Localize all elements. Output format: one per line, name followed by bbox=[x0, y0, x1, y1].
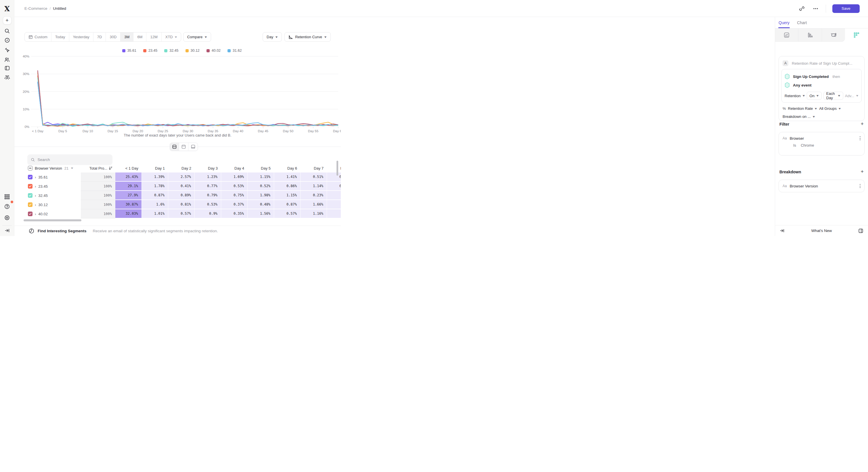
legend-item[interactable]: 23.45 bbox=[143, 48, 157, 53]
legend-item[interactable]: 40.02 bbox=[207, 48, 221, 53]
value-cell[interactable]: 0.35% bbox=[221, 209, 248, 218]
range-7d[interactable]: 7D bbox=[93, 32, 106, 41]
range-3m[interactable]: 3M bbox=[121, 32, 133, 41]
mixpanel-logo[interactable]: X bbox=[2, 4, 12, 13]
settings-gear-icon[interactable] bbox=[2, 213, 12, 223]
legend-item[interactable]: 31.62 bbox=[227, 48, 242, 53]
value-cell[interactable]: 1.23% bbox=[195, 172, 221, 182]
value-cell[interactable]: 1.2% bbox=[327, 191, 341, 200]
legend-item[interactable]: 30.12 bbox=[186, 48, 199, 53]
expand-caret-icon[interactable]: › bbox=[35, 194, 36, 198]
value-cell[interactable]: 1.39% bbox=[142, 172, 168, 182]
breadcrumb-project[interactable]: E-Commerce bbox=[25, 6, 48, 11]
value-cell[interactable]: 0.63% bbox=[327, 182, 341, 191]
row-checkbox[interactable] bbox=[28, 193, 32, 198]
apps-grid-icon[interactable] bbox=[2, 192, 12, 202]
series-line-23.45[interactable] bbox=[38, 76, 338, 126]
value-cell[interactable]: 0.81% bbox=[168, 200, 195, 209]
granularity-button[interactable]: Day ▼ bbox=[262, 32, 282, 42]
legend-item[interactable]: 35.61 bbox=[122, 48, 136, 53]
events-cursor-icon[interactable] bbox=[2, 45, 12, 55]
day-column-header[interactable]: Day 1 bbox=[142, 166, 168, 170]
value-cell[interactable]: 0.87% bbox=[142, 191, 168, 200]
row-name[interactable]: 40.02 bbox=[38, 212, 48, 216]
breadcrumb-title[interactable]: Untitled bbox=[53, 6, 66, 11]
value-cell[interactable]: 0.77% bbox=[195, 182, 221, 191]
row-checkbox[interactable] bbox=[28, 175, 32, 179]
value-cell[interactable]: 0.79% bbox=[195, 191, 221, 200]
value-cell[interactable]: 0.7% bbox=[327, 209, 341, 218]
day-column-header[interactable]: Day 8 bbox=[327, 166, 341, 170]
value-cell[interactable]: 1.56% bbox=[248, 209, 274, 218]
expand-caret-icon[interactable]: › bbox=[35, 175, 36, 179]
range-6m[interactable]: 6M bbox=[133, 32, 146, 41]
value-cell[interactable]: 29.1% bbox=[115, 182, 142, 191]
value-cell[interactable]: 0.9% bbox=[195, 209, 221, 218]
value-cell[interactable]: 2.57% bbox=[168, 172, 195, 182]
select-all-checkbox[interactable] bbox=[28, 166, 32, 170]
cohorts-icon[interactable] bbox=[2, 73, 12, 82]
search-icon[interactable] bbox=[2, 26, 12, 36]
compare-button[interactable]: Compare ▼ bbox=[183, 32, 211, 42]
value-cell[interactable]: 0.53% bbox=[221, 182, 248, 191]
collapse-sidebar-icon[interactable] bbox=[2, 226, 12, 235]
find-interesting-segments-link[interactable]: Find Interesting Segments bbox=[38, 229, 87, 233]
series-line-40.02[interactable] bbox=[38, 70, 338, 126]
day-column-header[interactable]: < 1 Day bbox=[115, 166, 142, 170]
day-column-header[interactable]: Day 2 bbox=[168, 166, 195, 170]
users-icon[interactable] bbox=[2, 55, 12, 64]
retention-line-chart[interactable]: 0%10%20%30%40%< 1 DayDay 5Day 10Day 15Da… bbox=[14, 54, 341, 134]
value-cell[interactable]: 0.89% bbox=[168, 191, 195, 200]
range-12m[interactable]: 12M bbox=[146, 32, 161, 41]
row-checkbox[interactable] bbox=[28, 184, 32, 189]
day-column-header[interactable]: Day 4 bbox=[221, 166, 248, 170]
value-cell[interactable]: 0.57% bbox=[168, 209, 195, 218]
group-column-label[interactable]: Browser Version bbox=[35, 166, 62, 170]
range-yesterday[interactable]: Yesterday bbox=[69, 32, 93, 41]
value-cell[interactable]: 1.78% bbox=[142, 182, 168, 191]
value-cell[interactable]: 1.14% bbox=[301, 182, 327, 191]
series-line-30.12[interactable] bbox=[38, 72, 338, 126]
value-cell[interactable]: 0.52% bbox=[248, 182, 274, 191]
value-cell[interactable]: 0.41% bbox=[168, 182, 195, 191]
row-name[interactable]: 32.45 bbox=[38, 194, 48, 198]
row-name[interactable]: 23.45 bbox=[38, 184, 48, 189]
boards-icon[interactable] bbox=[2, 63, 12, 73]
value-cell[interactable]: 0.23% bbox=[301, 191, 327, 200]
chart-type-button[interactable]: Retention Curve ▼ bbox=[284, 32, 331, 42]
series-line-31.62[interactable] bbox=[38, 81, 338, 126]
compass-icon[interactable] bbox=[2, 35, 12, 45]
value-cell[interactable]: 25.43% bbox=[115, 172, 142, 182]
horizontal-scrollbar[interactable] bbox=[24, 219, 82, 221]
value-cell[interactable]: 0.48% bbox=[248, 200, 274, 209]
expand-caret-icon[interactable]: › bbox=[35, 203, 36, 207]
create-plus-button[interactable]: + bbox=[3, 16, 11, 25]
row-name[interactable]: 35.61 bbox=[38, 175, 48, 179]
value-cell[interactable]: 32.03% bbox=[115, 209, 142, 218]
row-name[interactable]: 30.12 bbox=[38, 203, 48, 207]
chart-only-toggle[interactable] bbox=[179, 143, 188, 150]
series-line-35.61[interactable] bbox=[38, 82, 338, 126]
value-cell[interactable]: 30.87% bbox=[115, 200, 142, 209]
value-cell[interactable]: 0.86% bbox=[274, 182, 301, 191]
range-today[interactable]: Today bbox=[52, 32, 69, 41]
value-cell[interactable]: 1.6% bbox=[142, 200, 168, 209]
value-cell[interactable]: 0.87% bbox=[274, 200, 301, 209]
value-cell[interactable]: 0.75% bbox=[221, 191, 248, 200]
table-only-toggle[interactable] bbox=[188, 143, 197, 150]
expand-caret-icon[interactable]: › bbox=[35, 184, 36, 189]
value-cell[interactable]: 0.42% bbox=[327, 172, 341, 182]
value-cell[interactable]: 1.1% bbox=[327, 200, 341, 209]
value-cell[interactable]: 0.57% bbox=[274, 209, 301, 218]
split-view-toggle[interactable] bbox=[170, 143, 179, 150]
range-30d[interactable]: 30D bbox=[106, 32, 121, 41]
day-column-header[interactable]: Day 7 bbox=[301, 166, 327, 170]
range-xtd[interactable]: XTD▼ bbox=[162, 32, 181, 41]
range-custom[interactable]: Custom bbox=[25, 32, 52, 41]
day-column-header[interactable]: Day 5 bbox=[248, 166, 274, 170]
value-cell[interactable]: 0.53% bbox=[195, 200, 221, 209]
series-line-32.45[interactable] bbox=[38, 78, 338, 127]
value-cell[interactable]: 27.9% bbox=[115, 191, 142, 200]
expand-caret-icon[interactable]: › bbox=[35, 212, 36, 216]
day-column-header[interactable]: Day 3 bbox=[195, 166, 221, 170]
